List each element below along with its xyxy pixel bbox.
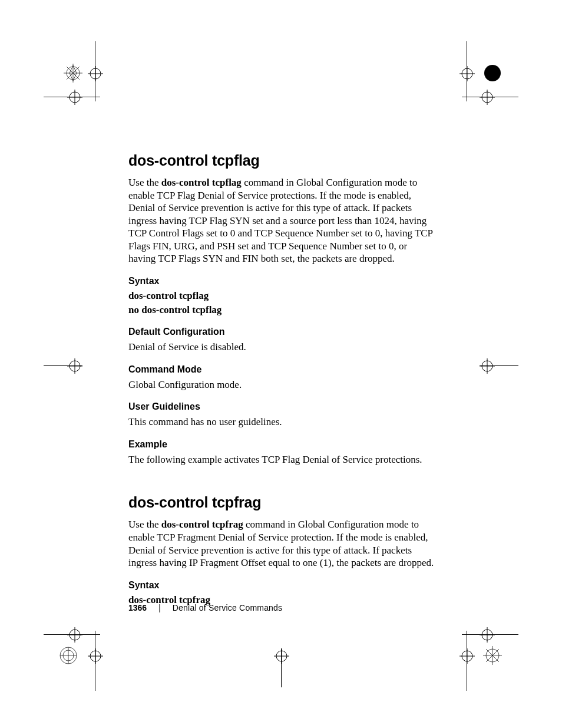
syntax-line: no dos-control tcpflag: [128, 304, 437, 316]
user-guidelines-heading: User Guidelines: [128, 401, 437, 412]
registration-mark-icon: [480, 627, 495, 643]
crop-line: [281, 648, 282, 687]
registration-mark-icon: [67, 90, 82, 105]
registration-mark-icon: [480, 358, 495, 374]
svg-line-51: [486, 649, 499, 662]
crop-line: [95, 631, 95, 691]
svg-line-3: [67, 67, 80, 80]
registration-mark-icon: [480, 90, 495, 105]
crop-line: [467, 41, 467, 101]
section-title: dos-control tcpfrag: [128, 494, 437, 511]
registration-mark-icon: [88, 648, 103, 664]
starburst-icon: [483, 646, 502, 665]
svg-point-28: [70, 630, 80, 640]
crop-line: [480, 365, 518, 366]
default-config-heading: Default Configuration: [128, 327, 437, 337]
footer-separator: |: [158, 603, 161, 612]
command-name: dos-control tcpflag: [161, 177, 242, 188]
text: command in Global Configuration mode to …: [128, 177, 432, 264]
footer-title: Denial of Service Commands: [173, 603, 283, 612]
svg-point-25: [482, 361, 492, 371]
command-mode-body: Global Configuration mode.: [128, 378, 437, 391]
crop-line: [44, 634, 100, 635]
svg-point-41: [482, 630, 492, 640]
svg-point-47: [486, 649, 499, 662]
crop-line: [44, 365, 82, 366]
crop-line: [462, 97, 518, 97]
user-guidelines-body: This command has no user guidelines.: [128, 416, 437, 429]
default-config-body: Denial of Service is disabled.: [128, 341, 437, 354]
crop-line: [95, 41, 95, 101]
svg-point-35: [63, 650, 74, 661]
svg-point-9: [90, 68, 101, 79]
example-body: The following example activates TCP Flag…: [128, 453, 437, 466]
registration-mark-icon: [459, 66, 475, 81]
svg-point-38: [276, 651, 287, 661]
example-heading: Example: [128, 439, 437, 450]
registration-mark-icon: [67, 627, 82, 643]
text: Use the: [128, 177, 161, 188]
page-number: 1366: [128, 603, 147, 612]
starburst-icon: [64, 64, 82, 83]
command-mode-heading: Command Mode: [128, 364, 437, 375]
section-title: dos-control tcpflag: [128, 152, 437, 169]
registration-mark-icon: [274, 648, 289, 664]
svg-point-0: [67, 67, 80, 80]
syntax-heading: Syntax: [128, 580, 437, 591]
svg-line-5: [73, 65, 77, 73]
registration-mark-icon: [459, 648, 475, 664]
svg-point-12: [70, 92, 80, 103]
svg-line-8: [70, 73, 73, 81]
intro-paragraph: Use the dos-control tcpflag command in G…: [128, 176, 437, 265]
intro-paragraph: Use the dos-control tcpfrag command in G…: [128, 518, 437, 569]
svg-point-22: [70, 361, 80, 371]
starburst-icon: [59, 646, 78, 665]
syntax-line: dos-control tcpflag: [128, 290, 437, 302]
registration-mark-icon: [88, 66, 103, 81]
crop-line: [462, 634, 518, 635]
starburst-icon: [483, 64, 502, 83]
svg-line-6: [70, 65, 73, 73]
svg-point-18: [482, 92, 492, 103]
svg-point-44: [462, 651, 472, 661]
text: Use the: [128, 519, 161, 530]
command-name: dos-control tcpfrag: [161, 519, 243, 530]
crop-line: [467, 631, 467, 691]
section-2: dos-control tcpfrag Use the dos-control …: [128, 494, 437, 605]
crop-line: [44, 97, 100, 97]
svg-line-7: [73, 73, 77, 81]
svg-line-4: [67, 67, 80, 80]
svg-point-21: [484, 65, 501, 81]
syntax-heading: Syntax: [128, 276, 437, 286]
svg-point-15: [462, 68, 472, 79]
svg-line-50: [486, 649, 499, 662]
page: dos-control tcpflag Use the dos-control …: [0, 0, 562, 728]
svg-point-34: [60, 647, 77, 664]
svg-point-31: [90, 651, 101, 661]
content-area: dos-control tcpflag Use the dos-control …: [128, 152, 437, 608]
registration-mark-icon: [67, 358, 82, 374]
page-footer: 1366 | Denial of Service Commands: [128, 603, 282, 612]
